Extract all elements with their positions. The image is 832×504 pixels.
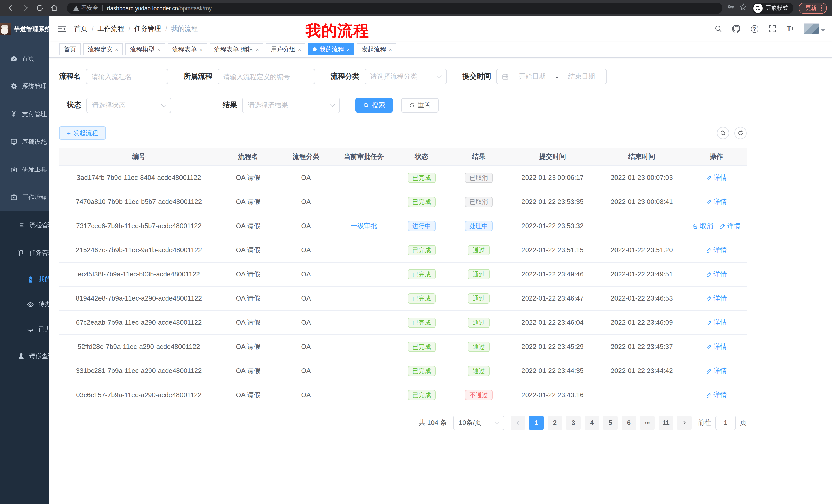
sidebar-item-label: 已办任务 xyxy=(38,325,49,334)
sidebar-item-payment[interactable]: 支付管理 xyxy=(0,100,49,128)
cell-process-name: OA 请假 xyxy=(218,383,278,407)
close-icon[interactable]: × xyxy=(115,47,118,52)
sidebar-item-label: 工作流程 xyxy=(22,193,47,202)
close-icon[interactable]: × xyxy=(199,47,202,52)
page-button-1[interactable]: 1 xyxy=(529,415,544,430)
github-icon[interactable] xyxy=(732,24,741,33)
cell-submit-time: 2022-01-22 23:53:32 xyxy=(508,214,598,238)
status-badge: 已完成 xyxy=(408,245,436,255)
prev-page-button[interactable] xyxy=(511,415,525,430)
header-search-icon[interactable] xyxy=(714,24,723,33)
sidebar-item-process-mgmt[interactable]: 流程管理 xyxy=(0,211,49,239)
result-select[interactable]: 请选择流结果 xyxy=(242,97,340,113)
detail-action-link[interactable]: 详情 xyxy=(706,366,727,375)
tab-my-process[interactable]: 我的流程× xyxy=(308,43,354,55)
table-row: 03c6c157-7b9a-11ec-a290-acde48001122OA 请… xyxy=(59,383,747,407)
result-badge: 已取消 xyxy=(465,197,493,207)
tab-user-group[interactable]: 用户分组× xyxy=(266,43,306,55)
close-icon[interactable]: × xyxy=(256,47,259,52)
sidebar-item-system[interactable]: 系统管理 xyxy=(0,73,49,100)
home-icon[interactable] xyxy=(48,2,60,13)
toggle-search-button[interactable] xyxy=(717,127,729,139)
eye-closed-icon xyxy=(27,326,34,333)
refresh-table-button[interactable] xyxy=(734,127,747,139)
result-badge: 通过 xyxy=(468,366,490,376)
detail-action-link[interactable]: 详情 xyxy=(706,245,727,255)
tab-home[interactable]: 首页 xyxy=(59,43,81,55)
help-icon[interactable]: ? xyxy=(750,24,759,33)
current-task-link[interactable]: 一级审批 xyxy=(350,222,377,229)
sidebar-item-devtools[interactable]: 研发工具 xyxy=(0,156,49,184)
tab-process-model[interactable]: 流程模型× xyxy=(126,43,165,55)
sidebar-item-home[interactable]: 首页 xyxy=(0,45,49,73)
detail-action-link[interactable]: 详情 xyxy=(706,197,727,206)
detail-action-link[interactable]: 详情 xyxy=(706,390,727,399)
close-icon[interactable]: × xyxy=(346,47,350,52)
font-size-icon[interactable]: TT xyxy=(786,24,795,33)
sidebar-item-workflow[interactable]: 工作流程 xyxy=(0,184,49,211)
breadcrumb-item[interactable]: 工作流程 xyxy=(98,24,124,33)
back-icon[interactable] xyxy=(5,2,17,13)
cell-current-task[interactable]: 一级审批 xyxy=(334,214,393,238)
page-button-5[interactable]: 5 xyxy=(603,415,618,430)
update-button[interactable]: 更新 xyxy=(799,2,827,13)
cancel-action-link[interactable]: 取消 xyxy=(692,221,713,230)
search-button[interactable]: 搜索 xyxy=(355,98,393,113)
detail-action-link[interactable]: 详情 xyxy=(706,342,727,351)
sidebar-item-my-process[interactable]: 我的流程 xyxy=(0,267,49,292)
process-definition-input[interactable] xyxy=(217,69,315,84)
user-avatar-menu[interactable] xyxy=(804,23,825,34)
detail-action-link[interactable]: 详情 xyxy=(706,173,727,182)
password-key-icon[interactable] xyxy=(727,3,734,13)
start-process-button[interactable]: + 发起流程 xyxy=(59,127,106,140)
detail-action-link[interactable]: 详情 xyxy=(706,270,727,279)
tab-process-def[interactable]: 流程定义× xyxy=(83,43,123,55)
page-button-2[interactable]: 2 xyxy=(548,415,562,430)
reload-icon[interactable] xyxy=(34,2,45,13)
edit-icon xyxy=(706,295,712,301)
close-icon[interactable]: × xyxy=(298,47,301,52)
more-pages-button[interactable]: ••• xyxy=(640,415,655,430)
address-bar[interactable]: 不安全 dashboard.yudao.iocoder.cn/bpm/task/… xyxy=(67,2,723,13)
category-select[interactable]: 请选择流程分类 xyxy=(365,69,447,84)
browser-menu-icon[interactable] xyxy=(821,5,822,11)
detail-action-link[interactable]: 详情 xyxy=(706,318,727,327)
breadcrumb-item[interactable]: 首页 xyxy=(74,24,87,33)
close-icon[interactable]: × xyxy=(157,47,160,52)
reset-button[interactable]: 重置 xyxy=(401,98,439,113)
sidebar-item-done-tasks[interactable]: 已办任务 xyxy=(0,317,49,342)
table-row: ec45f38f-7b9a-11ec-b03b-acde48001122OA 请… xyxy=(59,262,747,286)
detail-action-link[interactable]: 详情 xyxy=(706,293,727,303)
submit-time-range-picker[interactable]: 开始日期 - 结束日期 xyxy=(496,69,607,84)
app-logo[interactable]: 芋道管理系统 xyxy=(0,16,49,43)
page-button-11[interactable]: 11 xyxy=(659,415,673,430)
page-button-4[interactable]: 4 xyxy=(585,415,599,430)
tab-process-form-edit[interactable]: 流程表单-编辑× xyxy=(210,43,263,55)
bookmark-star-icon[interactable] xyxy=(739,3,747,13)
sidebar-item-infra[interactable]: 基础设施 xyxy=(0,128,49,156)
cell-current-task xyxy=(334,334,393,359)
page-button-6[interactable]: 6 xyxy=(622,415,636,430)
forward-icon[interactable] xyxy=(20,2,31,13)
sidebar-collapse-icon[interactable] xyxy=(57,24,67,34)
eye-open-icon xyxy=(27,301,34,308)
close-icon[interactable]: × xyxy=(389,47,392,52)
sidebar-item-todo-tasks[interactable]: 待办任务 xyxy=(0,292,49,317)
breadcrumb-item[interactable]: 任务管理 xyxy=(134,24,161,33)
detail-action-link[interactable]: 详情 xyxy=(719,221,740,230)
next-page-button[interactable] xyxy=(677,415,692,430)
action-label: 详情 xyxy=(713,270,727,279)
goto-page-input[interactable] xyxy=(715,415,736,430)
not-secure-indicator[interactable]: 不安全 xyxy=(73,4,98,12)
tab-start-process[interactable]: 发起流程× xyxy=(357,43,396,55)
fullscreen-icon[interactable] xyxy=(768,24,777,33)
status-select[interactable]: 请选择状态 xyxy=(86,97,171,113)
process-name-input[interactable] xyxy=(86,69,168,84)
tab-process-form[interactable]: 流程表单× xyxy=(167,43,207,55)
page-size-select[interactable]: 10条/页 xyxy=(453,415,504,430)
sidebar-item-label: 请假查询 xyxy=(29,352,49,360)
sidebar-item-leave-query[interactable]: 请假查询 xyxy=(0,342,49,370)
sidebar-item-task-mgmt[interactable]: 任务管理 xyxy=(0,239,49,267)
page-button-3[interactable]: 3 xyxy=(566,415,580,430)
tab-label: 流程模型 xyxy=(130,45,155,54)
